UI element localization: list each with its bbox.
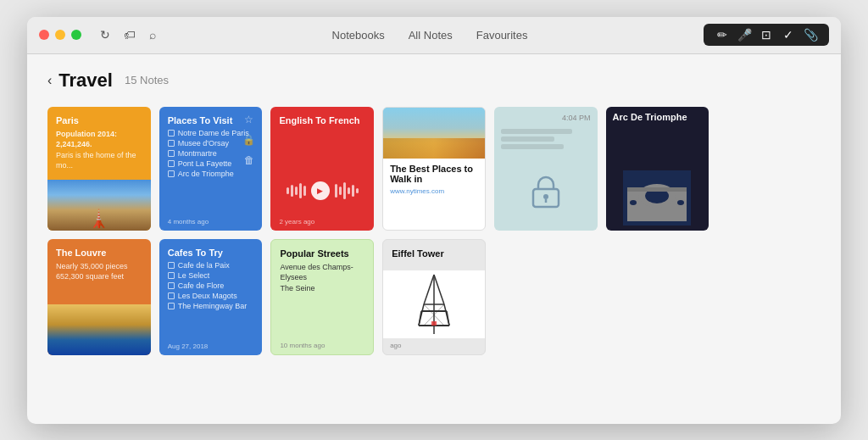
wave-bar xyxy=(339,187,342,195)
arc-image: \n xyxy=(606,127,709,231)
nav-notebooks[interactable]: Notebooks xyxy=(332,29,385,42)
svg-rect-8 xyxy=(627,187,687,192)
empty-slot xyxy=(494,239,598,355)
svg-line-17 xyxy=(434,275,444,304)
svg-line-16 xyxy=(424,275,434,304)
note-card-popular-streets[interactable]: Popular Streets Avenue des Champs-Elysee… xyxy=(270,239,374,355)
wave-bar xyxy=(295,187,298,195)
wave-bar xyxy=(348,187,350,194)
list-item: Cafe de la Paix xyxy=(168,261,254,270)
checklist-icon[interactable]: ✓ xyxy=(778,28,798,42)
street-image xyxy=(383,108,485,159)
titlebar: ↻ 🏷 ⌕ Notebooks All Notes Favourites ✏ 🎤… xyxy=(27,17,841,54)
card-title: The Best Places to Walk in xyxy=(390,164,478,184)
list-item: Cafe de Flore xyxy=(168,281,254,290)
card-title: Cafes To Try xyxy=(168,248,254,258)
note-card-cafes[interactable]: Cafes To Try Cafe de la Paix Le Select C… xyxy=(159,239,263,355)
wave-bar xyxy=(303,186,306,196)
compose-icon[interactable]: ✏ xyxy=(712,28,732,42)
card-title: Arc De Triomphe xyxy=(613,112,703,122)
refresh-icon[interactable]: ↻ xyxy=(100,28,110,42)
list-item: Le Select xyxy=(168,271,254,280)
card-body: Avenue des Champs-Elysees The Seine xyxy=(280,262,364,294)
eiffel-tower-svg xyxy=(409,270,459,338)
card-image xyxy=(47,180,151,231)
card-title: Popular Streets xyxy=(280,248,364,259)
notes-grid-row2: The Louvre Nearly 35,000 pieces652,300 s… xyxy=(47,239,821,355)
eiffel-image xyxy=(383,270,485,338)
list-item: Pont La Fayette xyxy=(168,159,254,168)
card-timestamp: 10 months ago xyxy=(271,342,373,354)
svg-point-14 xyxy=(677,200,684,205)
card-content: Paris Population 2014: 2,241,246. Paris … xyxy=(47,107,151,180)
wave-bar xyxy=(356,188,359,193)
list-item: Notre Dame de Paris xyxy=(168,129,254,137)
card-title: Eiffel Tower xyxy=(392,248,476,259)
card-url: www.nytimes.com xyxy=(390,187,478,195)
card-title: English To French xyxy=(279,115,365,125)
audio-waveform: ▶ xyxy=(270,164,374,218)
card-content: Cafes To Try Cafe de la Paix Le Select C… xyxy=(159,239,263,343)
list-item: Arc de Triomphe xyxy=(168,170,254,178)
card-timestamp: 4:04 PM xyxy=(562,114,591,122)
note-card-eiffel[interactable]: Eiffel Tower xyxy=(382,239,486,355)
card-content: The Best Places to Walk in www.nytimes.c… xyxy=(383,159,485,230)
star-icon[interactable]: ☆ xyxy=(244,114,253,125)
empty-slot xyxy=(717,239,821,355)
empty-slot xyxy=(717,107,821,231)
locked-preview xyxy=(494,125,598,153)
search-icon[interactable]: ⌕ xyxy=(149,28,156,42)
wave-bar xyxy=(291,185,293,197)
list-item: Montmartre xyxy=(168,149,254,158)
note-card-locked[interactable]: 4:04 PM xyxy=(494,107,598,231)
note-card-louvre[interactable]: The Louvre Nearly 35,000 pieces652,300 s… xyxy=(47,239,151,355)
card-title-area: Arc De Triomphe xyxy=(606,107,709,127)
mic-icon[interactable]: 🎤 xyxy=(734,28,754,42)
card-timestamp: ago xyxy=(383,338,485,354)
note-card-arc[interactable]: Arc De Triomphe \n xyxy=(606,107,709,231)
play-button[interactable]: ▶ xyxy=(311,181,330,200)
list-item: Musee d'Orsay xyxy=(168,139,254,148)
camera-icon[interactable]: ⊡ xyxy=(756,28,776,42)
wave-bar xyxy=(287,187,289,194)
card-content: English To French xyxy=(270,107,374,164)
wave-bar xyxy=(335,184,337,198)
arc-de-triomphe-svg: \n xyxy=(623,170,691,226)
minimize-button[interactable] xyxy=(55,30,65,40)
card-title: The Louvre xyxy=(56,248,142,258)
card-actions: ☆ 🔒 🗑 xyxy=(242,114,255,166)
wave-bar xyxy=(343,182,346,199)
back-button[interactable]: ‹ xyxy=(47,73,52,88)
breadcrumb-row: ‹ Travel 15 Notes xyxy=(47,70,821,92)
nav-all-notes[interactable]: All Notes xyxy=(409,29,453,42)
note-card-places[interactable]: Places To Visit Notre Dame de Paris Muse… xyxy=(159,107,263,231)
list-item: Les Deux Magots xyxy=(168,292,254,300)
attach-icon[interactable]: 📎 xyxy=(800,28,821,42)
svg-rect-27 xyxy=(431,321,437,326)
card-body: Nearly 35,000 pieces652,300 square feet xyxy=(56,261,142,282)
checklist: Notre Dame de Paris Musee d'Orsay Montma… xyxy=(168,129,254,180)
nav-favourites[interactable]: Favourites xyxy=(476,29,528,42)
notes-count: 15 Notes xyxy=(125,74,169,86)
traffic-lights xyxy=(39,30,81,40)
lock-icon[interactable]: 🔒 xyxy=(242,134,255,146)
card-content: Popular Streets Avenue des Champs-Elysee… xyxy=(271,240,373,342)
note-card-paris[interactable]: Paris Population 2014: 2,241,246. Paris … xyxy=(47,107,151,231)
wave-bar xyxy=(299,183,302,198)
main-content: ‹ Travel 15 Notes Paris Population 2014:… xyxy=(27,54,841,424)
tag-icon[interactable]: 🏷 xyxy=(124,28,136,42)
card-timestamp: Aug 27, 2018 xyxy=(159,343,263,355)
note-card-best-places[interactable]: The Best Places to Walk in www.nytimes.c… xyxy=(382,107,486,231)
page-title: Travel xyxy=(58,70,113,92)
lock-icon xyxy=(531,175,561,209)
svg-point-1 xyxy=(543,194,548,199)
card-title: Paris xyxy=(56,115,142,125)
maximize-button[interactable] xyxy=(71,30,81,40)
note-card-english-french[interactable]: English To French ▶ 2 years ago xyxy=(270,107,374,231)
paris-image xyxy=(47,180,151,231)
louvre-image xyxy=(47,304,151,355)
close-button[interactable] xyxy=(39,30,49,40)
lock-container xyxy=(494,153,598,231)
trash-icon[interactable]: 🗑 xyxy=(244,154,254,166)
card-content: Eiffel Tower xyxy=(383,240,485,270)
